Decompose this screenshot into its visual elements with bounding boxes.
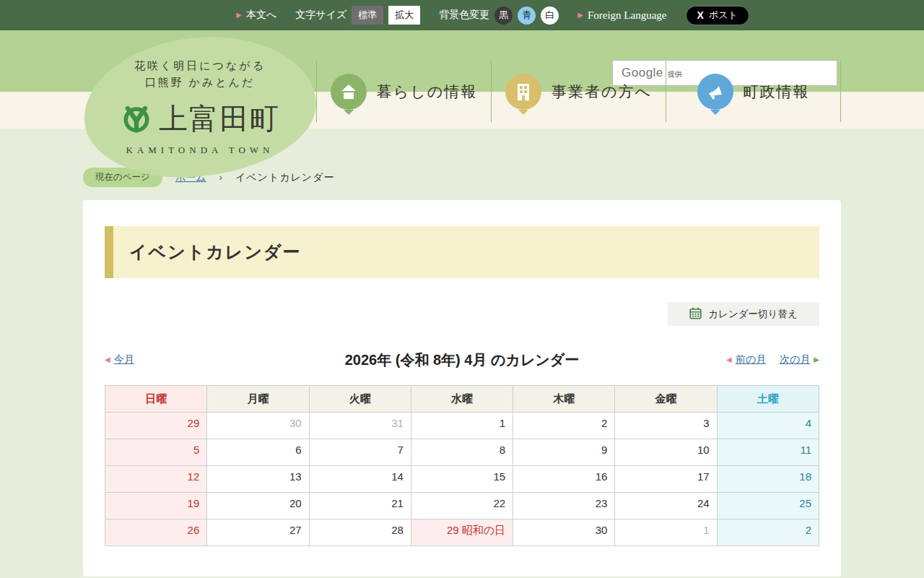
font-size-label: 文字サイズ [295, 9, 346, 22]
day-cell: 25 [717, 493, 819, 519]
weekday-header: 金曜 [615, 386, 717, 413]
foreign-language-link[interactable]: ▶ Foreign Language [578, 9, 666, 22]
day-cell: 22 [411, 493, 513, 519]
day-cell: 30 [513, 519, 615, 546]
day-cell: 2 [717, 519, 819, 546]
nav-item-living-info[interactable]: 暮らしの情報 [316, 61, 491, 122]
day-cell: 29 [105, 413, 207, 439]
weekday-header: 日曜 [105, 386, 207, 413]
skip-to-content-link[interactable]: ▶ 本文へ [236, 9, 276, 22]
day-cell: 15 [411, 466, 513, 493]
weekday-header: 月曜 [207, 386, 309, 413]
event-calendar-table: 日曜月曜火曜水曜木曜金曜土曜 2930311234567891011121314… [105, 385, 819, 546]
day-cell: 3 [615, 413, 717, 439]
day-cell: 28 [309, 519, 411, 546]
day-cell: 8 [411, 439, 513, 466]
calendar-icon [689, 307, 702, 322]
x-post-label: ポスト [709, 9, 738, 22]
day-cell: 1 [615, 519, 717, 546]
arrow-right-icon: ▶ [578, 12, 583, 19]
nav-item-town-government[interactable]: 町政情報 [666, 61, 841, 122]
calendar-body: 2930311234567891011121314151617181920212… [105, 413, 819, 546]
main-navigation: 暮らしの情報 事業者の方へ 町政 [316, 61, 841, 122]
town-name-english: KAMITONDA TOWN [120, 144, 280, 156]
arrow-left-icon: ◀ [105, 356, 110, 363]
day-cell: 1 [411, 413, 513, 439]
nav-item-label: 町政情報 [744, 82, 810, 102]
calendar-week-row: 12131415161718 [105, 466, 819, 493]
calendar-month-navigation: ◀ 今月 2026年 (令和 8年) 4月 のカレンダー ◀ 前の月 次の月 ▶ [105, 349, 819, 371]
site-header: Google 提供 暮らしの情報 [0, 30, 924, 129]
nav-item-label: 事業者の方へ [552, 82, 652, 102]
logo-tagline-line2: 口熊野 かみとんだ [120, 75, 280, 92]
font-size-large-button[interactable]: 拡大 [388, 6, 420, 25]
day-cell: 30 [207, 413, 309, 439]
background-color-control: 背景色変更 黒 青 白 [439, 7, 559, 25]
day-cell: 24 [615, 493, 717, 519]
calendar-week-row: 567891011 [105, 439, 819, 466]
day-cell: 2 [513, 413, 615, 439]
town-name: 上富田町 [159, 99, 280, 139]
weekday-header: 火曜 [309, 386, 411, 413]
breadcrumb-current: イベントカレンダー [235, 171, 335, 184]
day-cell: 5 [105, 439, 207, 466]
x-logo-icon: X [697, 9, 704, 21]
font-size-control: 文字サイズ 標準 拡大 [295, 6, 420, 25]
arrow-left-icon: ◀ [726, 356, 732, 363]
nav-item-business[interactable]: 事業者の方へ [491, 61, 666, 122]
day-cell: 4 [717, 413, 819, 439]
logo-tagline-line1: 花咲く明日につながる [120, 58, 280, 74]
weekday-header: 土曜 [717, 386, 819, 413]
x-post-button[interactable]: X ポスト [686, 6, 749, 25]
building-balloon-icon [505, 74, 541, 110]
town-emblem-icon [120, 100, 153, 137]
bg-color-black-button[interactable]: 黒 [494, 7, 513, 25]
calendar-switch-label: カレンダー切り替え [708, 308, 797, 321]
weekday-header: 木曜 [513, 386, 615, 413]
day-cell: 18 [717, 466, 819, 493]
day-cell: 9 [513, 439, 615, 466]
main-content-card: イベントカレンダー カレンダー切り替え [83, 200, 841, 577]
top-utility-bar: ▶ 本文へ 文字サイズ 標準 拡大 背景色変更 黒 青 白 ▶ Foreign … [0, 0, 924, 30]
day-cell: 19 [105, 493, 207, 519]
nav-item-label: 暮らしの情報 [377, 82, 477, 102]
day-cell: 23 [513, 493, 615, 519]
day-cell: 31 [309, 413, 411, 439]
next-month-link[interactable]: 次の月 [780, 353, 810, 366]
weekday-header: 水曜 [411, 386, 513, 413]
page-title-banner: イベントカレンダー [105, 226, 819, 278]
holiday-day-cell: 29 昭和の日 [411, 519, 513, 546]
foreign-language-label: Foreign Language [588, 9, 667, 22]
megaphone-balloon-icon [697, 74, 733, 110]
arrow-right-icon: ▶ [236, 12, 242, 19]
bg-color-label: 背景色変更 [439, 9, 489, 22]
day-cell: 7 [309, 439, 411, 466]
day-cell: 26 [105, 519, 207, 546]
day-cell: 11 [717, 439, 819, 466]
bg-color-white-button[interactable]: 白 [541, 7, 559, 25]
this-month-link[interactable]: 今月 [114, 353, 134, 366]
skip-link-label: 本文へ [246, 9, 276, 22]
day-cell: 12 [105, 466, 207, 493]
calendar-week-row: 26272829 昭和の日3012 [105, 519, 819, 546]
day-cell: 6 [207, 439, 309, 466]
day-cell: 20 [207, 493, 309, 519]
prev-month-link[interactable]: 前の月 [736, 353, 766, 366]
day-cell: 13 [207, 466, 309, 493]
house-balloon-icon [331, 74, 367, 110]
day-cell: 27 [207, 519, 309, 546]
calendar-week-row: 2930311234 [105, 413, 819, 439]
calendar-week-row: 19202122232425 [105, 493, 819, 519]
font-size-standard-button[interactable]: 標準 [352, 6, 383, 25]
day-cell: 17 [615, 466, 717, 493]
day-cell: 21 [309, 493, 411, 519]
calendar-weekday-row: 日曜月曜火曜水曜木曜金曜土曜 [105, 386, 819, 413]
page-title: イベントカレンダー [113, 241, 302, 264]
day-cell: 16 [513, 466, 615, 493]
bg-color-blue-button[interactable]: 青 [518, 7, 536, 25]
day-cell: 14 [309, 466, 411, 493]
calendar-switch-button[interactable]: カレンダー切り替え [668, 302, 819, 326]
day-cell: 10 [615, 439, 717, 466]
calendar-title: 2026年 (令和 8年) 4月 のカレンダー [249, 350, 675, 370]
arrow-right-icon: ▶ [814, 356, 819, 363]
